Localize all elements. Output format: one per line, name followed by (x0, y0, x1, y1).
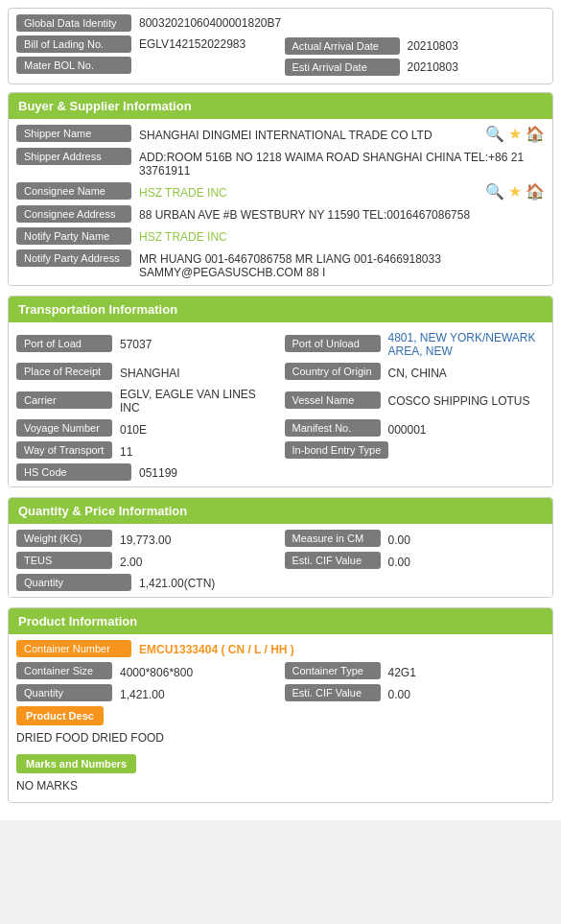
teus-col: TEUS 2.00 (16, 552, 277, 569)
notify-party-name-value: HSZ TRADE INC (139, 227, 545, 244)
place-of-receipt-label: Place of Receipt (16, 363, 112, 380)
port-load-unload-row: Port of Load 57037 Port of Unload 4801, … (16, 328, 545, 358)
vessel-name-value: COSCO SHIPPING LOTUS (388, 391, 546, 408)
measure-col: Measure in CM 0.00 (285, 530, 546, 547)
shipper-name-row: Shipper Name SHANGHAI DINGMEI INTERNATIO… (16, 125, 545, 143)
esti-cif-label: Esti. CIF Value (285, 552, 381, 569)
marks-and-numbers-button[interactable]: Marks and Numbers (16, 754, 136, 773)
consignee-address-value: 88 URBAN AVE #B WESTBURY NY 11590 TEL:00… (139, 205, 545, 222)
global-data-identity-row: Global Data Identity 8003202106040000182… (16, 14, 545, 32)
esti-arrival-date-value: 20210803 (408, 60, 458, 74)
product-quantity-label: Quantity (16, 684, 112, 701)
container-type-value: 42G1 (388, 663, 546, 679)
bill-of-lading-label: Bill of Lading No. (16, 36, 131, 53)
transportation-header: Transportation Information (9, 296, 552, 322)
consignee-search-icon[interactable]: 🔍 (485, 182, 504, 201)
carrier-label: Carrier (16, 391, 112, 409)
hs-code-label: HS Code (16, 463, 131, 481)
consignee-address-label: Consignee Address (16, 205, 131, 223)
shipper-address-row: Shipper Address ADD:ROOM 516B NO 1218 WA… (16, 148, 545, 178)
buyer-supplier-body: Shipper Name SHANGHAI DINGMEI INTERNATIO… (9, 119, 552, 285)
container-size-col: Container Size 4000*806*800 (16, 662, 277, 679)
country-of-origin-label: Country of Origin (285, 363, 381, 380)
way-inbond-row: Way of Transport 11 In-bond Entry Type (16, 441, 545, 459)
product-esti-cif-col: Esti. CIF Value 0.00 (285, 684, 546, 701)
voyage-number-label: Voyage Number (16, 419, 112, 437)
consignee-star-icon[interactable]: ★ (508, 182, 522, 201)
teus-value: 2.00 (120, 553, 277, 569)
port-of-load-col: Port of Load 57037 (16, 328, 277, 358)
product-body: Container Number EMCU1333404 ( CN / L / … (9, 634, 552, 802)
global-data-identity-value: 80032021060400001820B7 (139, 16, 281, 30)
vessel-name-label: Vessel Name (285, 391, 381, 409)
product-esti-cif-value: 0.00 (388, 685, 546, 701)
consignee-name-label: Consignee Name (16, 182, 131, 200)
container-type-col: Container Type 42G1 (285, 662, 546, 679)
country-of-origin-value: CN, CHINA (388, 364, 546, 380)
actual-arrival-date-label: Actual Arrival Date (285, 37, 400, 55)
shipper-address-label: Shipper Address (16, 148, 131, 165)
home-icon[interactable]: 🏠 (526, 125, 545, 143)
port-of-unload-col: Port of Unload 4801, NEW YORK/NEWARK ARE… (285, 328, 546, 358)
marks-and-numbers-text: NO MARKS (16, 777, 545, 796)
quantity-price-body: Weight (KG) 19,773.00 Measure in CM 0.00… (9, 524, 552, 597)
manifest-no-value: 000001 (388, 420, 546, 437)
manifest-no-label: Manifest No. (285, 419, 381, 437)
notify-party-address-row: Notify Party Address MR HUANG 001-646708… (16, 249, 545, 279)
quantity-label: Quantity (16, 574, 131, 591)
measure-label: Measure in CM (285, 530, 381, 547)
product-quantity-col: Quantity 1,421.00 (16, 684, 277, 701)
global-section: Global Data Identity 8003202106040000182… (8, 8, 553, 84)
weight-measure-row: Weight (KG) 19,773.00 Measure in CM 0.00 (16, 530, 545, 547)
mater-bol-label: Mater BOL No. (16, 57, 131, 74)
star-icon[interactable]: ★ (508, 125, 522, 143)
esti-cif-value: 0.00 (388, 553, 546, 569)
measure-value: 0.00 (388, 531, 546, 547)
port-of-unload-label: Port of Unload (285, 335, 381, 352)
way-of-transport-col: Way of Transport 11 (16, 441, 277, 459)
product-quantity-value: 1,421.00 (120, 685, 277, 701)
consignee-name-value: HSZ TRADE INC (139, 183, 481, 200)
teus-label: TEUS (16, 552, 112, 569)
vessel-name-col: Vessel Name COSCO SHIPPING LOTUS (285, 385, 546, 415)
transportation-section: Transportation Information Port of Load … (8, 296, 553, 487)
port-of-load-label: Port of Load (16, 335, 112, 352)
transportation-body: Port of Load 57037 Port of Unload 4801, … (9, 322, 552, 486)
weight-label: Weight (KG) (16, 530, 112, 547)
consignee-name-icons: 🔍 ★ 🏠 (485, 182, 545, 201)
hs-code-row: HS Code 051199 (16, 463, 545, 481)
container-number-value: EMCU1333404 ( CN / L / HH ) (139, 640, 545, 656)
notify-party-address-label: Notify Party Address (16, 249, 131, 267)
voyage-manifest-row: Voyage Number 010E Manifest No. 000001 (16, 419, 545, 437)
consignee-home-icon[interactable]: 🏠 (526, 182, 545, 201)
product-header: Product Information (9, 608, 552, 634)
port-of-unload-value: 4801, NEW YORK/NEWARK AREA, NEW (388, 328, 546, 358)
actual-arrival-date-row: Actual Arrival Date 20210803 (285, 36, 546, 57)
in-bond-entry-label: In-bond Entry Type (285, 441, 389, 459)
carrier-col: Carrier EGLV, EAGLE VAN LINES INC (16, 385, 277, 415)
container-size-type-row: Container Size 4000*806*800 Container Ty… (16, 662, 545, 679)
receipt-origin-row: Place of Receipt SHANGHAI Country of Ori… (16, 363, 545, 380)
in-bond-entry-value (396, 449, 545, 452)
hs-code-value: 051199 (139, 463, 545, 480)
consignee-name-row: Consignee Name HSZ TRADE INC 🔍 ★ 🏠 (16, 182, 545, 201)
container-number-row: Container Number EMCU1333404 ( CN / L / … (16, 640, 545, 657)
manifest-no-col: Manifest No. 000001 (285, 419, 546, 437)
consignee-address-row: Consignee Address 88 URBAN AVE #B WESTBU… (16, 205, 545, 223)
port-of-load-value: 57037 (120, 335, 277, 351)
global-data-identity-label: Global Data Identity (16, 14, 131, 32)
search-icon[interactable]: 🔍 (485, 125, 504, 143)
container-size-label: Container Size (16, 662, 112, 679)
mater-bol-row: Mater BOL No. (16, 57, 277, 74)
in-bond-entry-col: In-bond Entry Type (285, 441, 546, 459)
way-of-transport-value: 11 (120, 442, 277, 459)
carrier-vessel-row: Carrier EGLV, EAGLE VAN LINES INC Vessel… (16, 385, 545, 415)
carrier-value: EGLV, EAGLE VAN LINES INC (120, 385, 277, 415)
place-of-receipt-value: SHANGHAI (120, 364, 277, 380)
bill-of-lading-row: Bill of Lading No. EGLV142152022983 (16, 36, 277, 53)
product-desc-button[interactable]: Product Desc (16, 706, 104, 725)
notify-party-name-label: Notify Party Name (16, 227, 131, 245)
product-section: Product Information Container Number EMC… (8, 607, 553, 803)
place-of-receipt-col: Place of Receipt SHANGHAI (16, 363, 277, 380)
notify-party-name-row: Notify Party Name HSZ TRADE INC (16, 227, 545, 245)
